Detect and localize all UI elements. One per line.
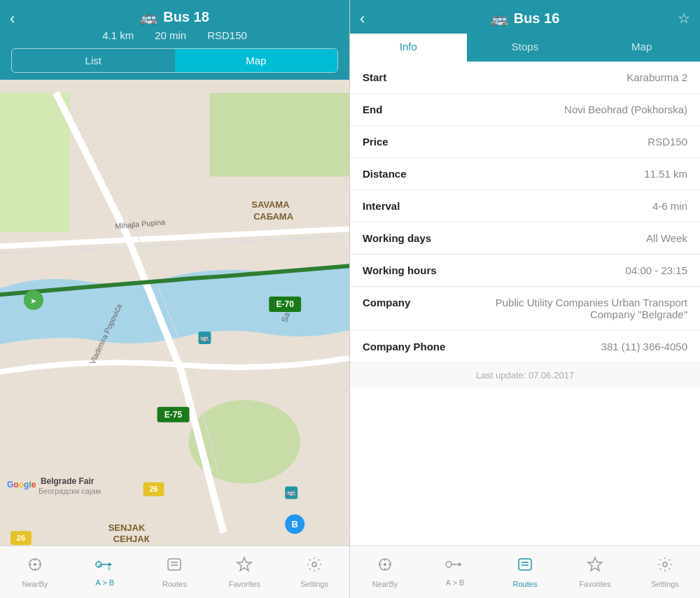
info-row-company-phone: Company Phone 381 (11) 366-4050 xyxy=(350,331,700,363)
end-label: End xyxy=(363,104,382,115)
svg-text:Београдски сајам: Београдски сајам xyxy=(38,487,101,495)
atob-icon-right xyxy=(445,557,465,576)
google-logo: Google xyxy=(7,480,36,490)
svg-point-34 xyxy=(34,563,36,566)
working-days-value: All Week xyxy=(646,232,687,244)
left-nav-settings-label: Settings xyxy=(300,580,328,588)
favorites-icon-right xyxy=(587,556,603,577)
right-title-row: 🚌 Bus 16 xyxy=(361,10,689,34)
left-stats-row: 4.1 km 20 min RSD150 xyxy=(102,29,247,41)
svg-rect-2 xyxy=(0,93,70,233)
left-nav-nearby-label: NearBy xyxy=(22,580,48,588)
svg-text:26: 26 xyxy=(149,485,158,493)
tab-stops[interactable]: Stops xyxy=(467,34,584,62)
left-nav-settings[interactable]: Settings xyxy=(279,550,349,594)
left-panel: ‹ 🚌 Bus 18 4.1 km 20 min RSD150 List Map xyxy=(0,0,350,598)
svg-point-62 xyxy=(663,562,667,567)
left-title-row: 🚌 Bus 18 xyxy=(140,8,209,25)
left-nav-favorites-label: Favorites xyxy=(229,580,260,588)
info-row-end: End Novi Beohrad (Pokhorska) xyxy=(350,94,700,126)
left-bottom-nav: NearBy A B A > B R xyxy=(0,546,349,598)
svg-text:🚌: 🚌 xyxy=(286,487,296,497)
right-nav-atob-label: A > B xyxy=(446,578,465,587)
list-toggle-button[interactable]: List xyxy=(12,49,175,72)
working-hours-label: Working hours xyxy=(363,264,437,276)
info-row-interval: Interval 4-6 min xyxy=(350,190,700,222)
left-price: RSD150 xyxy=(207,29,247,41)
right-nav-settings-label: Settings xyxy=(651,580,679,588)
svg-text:A: A xyxy=(98,562,102,569)
svg-marker-57 xyxy=(458,562,462,567)
left-nav-routes-label: Routes xyxy=(162,580,187,588)
company-phone-value: 381 (11) 366-4050 xyxy=(601,341,687,353)
company-phone-label: Company Phone xyxy=(363,341,445,353)
right-bottom-nav: NearBy A > B Routes xyxy=(350,546,700,598)
left-nav-favorites[interactable]: Favorites xyxy=(209,550,279,594)
tab-info[interactable]: Info xyxy=(350,34,467,62)
info-row-company: Company Public Utility Companies Urban T… xyxy=(350,287,700,331)
end-value: Novi Beohrad (Pokhorska) xyxy=(564,104,687,115)
info-row-working-hours: Working hours 04:00 - 23:15 xyxy=(350,255,700,287)
nearby-icon-left xyxy=(27,556,43,577)
svg-text:E-75: E-75 xyxy=(164,410,183,420)
svg-point-50 xyxy=(384,563,386,566)
distance-label: Distance xyxy=(363,168,407,180)
svg-point-55 xyxy=(446,562,451,567)
right-panel: ‹ ☆ 🚌 Bus 16 Info Stops Map Start Karabu… xyxy=(350,0,700,598)
right-nav-favorites[interactable]: Favorites xyxy=(560,550,630,594)
right-nav-routes[interactable]: Routes xyxy=(490,550,560,594)
info-row-working-days: Working days All Week xyxy=(350,222,700,255)
svg-text:SAVAMA: SAVAMA xyxy=(251,199,290,210)
distance-value: 11.51 km xyxy=(644,168,687,180)
settings-icon-right xyxy=(657,556,673,577)
svg-text:САБАМА: САБАМА xyxy=(253,211,293,222)
left-title: Bus 18 xyxy=(163,9,209,25)
map-view[interactable]: Savska Vladimira Popovića Mihajla Pupina… xyxy=(0,80,349,546)
interval-value: 4-6 min xyxy=(652,200,687,212)
svg-text:СЕНJАК: СЕНJАК xyxy=(113,534,150,544)
interval-label: Interval xyxy=(363,200,400,212)
right-nav-settings[interactable]: Settings xyxy=(630,550,700,594)
right-nav-favorites-label: Favorites xyxy=(579,580,610,588)
right-nav-atob[interactable]: A > B xyxy=(420,552,490,592)
svg-text:B: B xyxy=(291,519,298,529)
svg-rect-44 xyxy=(168,559,181,570)
svg-rect-1 xyxy=(209,93,349,177)
map-toggle-button[interactable]: Map xyxy=(175,49,338,72)
info-content: Start Karaburma 2 End Novi Beohrad (Pokh… xyxy=(350,62,700,546)
svg-text:B: B xyxy=(108,567,111,571)
info-row-start: Start Karaburma 2 xyxy=(350,62,700,94)
company-value: Public Utility Companies Urban Transport… xyxy=(477,297,687,320)
right-back-button[interactable]: ‹ xyxy=(360,10,365,28)
left-back-button[interactable]: ‹ xyxy=(10,10,15,28)
left-toggle-row: List Map xyxy=(11,48,338,73)
right-title: Bus 16 xyxy=(514,10,560,27)
price-label: Price xyxy=(363,136,388,148)
atob-icon-left: A B xyxy=(95,557,115,576)
svg-text:26: 26 xyxy=(17,534,25,542)
info-row-price: Price RSD150 xyxy=(350,126,700,158)
routes-icon-right xyxy=(517,556,533,577)
left-time: 20 min xyxy=(155,29,186,41)
right-nav-nearby[interactable]: NearBy xyxy=(350,550,420,594)
right-star-button[interactable]: ☆ xyxy=(678,10,690,27)
svg-text:E-70: E-70 xyxy=(276,299,295,309)
working-hours-value: 04:00 - 23:15 xyxy=(626,264,687,276)
left-nav-atob-label: A > B xyxy=(95,578,114,587)
right-nav-routes-label: Routes xyxy=(513,580,538,588)
svg-marker-61 xyxy=(588,557,602,571)
svg-text:🚌: 🚌 xyxy=(200,332,209,342)
left-header: ‹ 🚌 Bus 18 4.1 km 20 min RSD150 List Map xyxy=(0,0,349,80)
tab-map[interactable]: Map xyxy=(583,34,700,62)
company-label: Company xyxy=(363,297,410,308)
svg-text:SENJAK: SENJAK xyxy=(108,522,146,533)
working-days-label: Working days xyxy=(363,232,431,244)
bus-icon-right: 🚌 xyxy=(491,10,508,27)
left-distance: 4.1 km xyxy=(102,29,134,41)
svg-point-48 xyxy=(312,562,316,567)
left-nav-atob[interactable]: A B A > B xyxy=(70,552,140,592)
svg-text:➤: ➤ xyxy=(30,297,36,305)
left-nav-routes[interactable]: Routes xyxy=(140,550,210,594)
left-nav-nearby[interactable]: NearBy xyxy=(0,550,70,594)
right-tabs: Info Stops Map xyxy=(350,34,700,62)
